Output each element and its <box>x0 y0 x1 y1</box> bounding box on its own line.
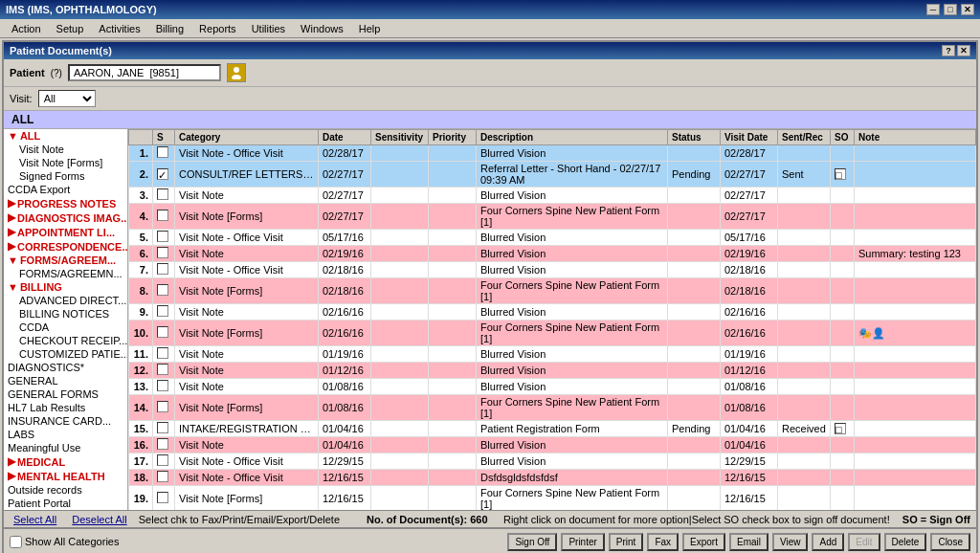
sidebar-item-visit-note-forms[interactable]: Visit Note [Forms] <box>4 156 127 169</box>
table-row[interactable]: 14.Visit Note [Forms]01/08/16Four Corner… <box>129 395 976 421</box>
sidebar-item-meaningful-use[interactable]: Meaningful Use <box>4 441 127 454</box>
col-sensitivity[interactable]: Sensitivity <box>371 130 429 145</box>
sidebar-item-insurance[interactable]: INSURANCE CARD... <box>4 414 127 428</box>
table-row[interactable]: 11.Visit Note01/19/16Blurred Vision01/19… <box>129 346 976 363</box>
sidebar-item-outside-records[interactable]: Outside records <box>4 483 127 497</box>
window-help-btn[interactable]: ? <box>942 45 955 56</box>
col-priority[interactable]: Priority <box>429 130 477 145</box>
col-status[interactable]: Status <box>668 130 721 145</box>
col-date[interactable]: Date <box>319 130 371 145</box>
close-btn[interactable]: Close <box>930 533 970 551</box>
sidebar-item-customized[interactable]: CUSTOMIZED PATIE... <box>4 347 127 361</box>
fax-btn[interactable]: Fax <box>647 533 679 551</box>
sidebar-item-forms-agreem[interactable]: ▼ FORMS/AGREEM... <box>4 254 127 267</box>
maximize-btn[interactable]: □ <box>944 4 957 15</box>
table-row[interactable]: 13.Visit Note01/08/16Blurred Vision01/08… <box>129 379 976 395</box>
col-description[interactable]: Description <box>477 130 668 145</box>
sidebar-item-checkout[interactable]: CHECKOUT RECEIP... <box>4 334 127 347</box>
menu-reports[interactable]: Reports <box>191 21 244 36</box>
menu-utilities[interactable]: Utilities <box>244 21 293 36</box>
select-all-link[interactable]: Select All <box>10 514 60 525</box>
menu-billing[interactable]: Billing <box>148 21 191 36</box>
sidebar-item-ccda[interactable]: CCDA <box>4 321 127 334</box>
table-row[interactable]: 5.Visit Note - Office Visit05/17/16Blurr… <box>129 230 976 246</box>
table-row[interactable]: 1.Visit Note - Office Visit02/28/17Blurr… <box>129 145 976 162</box>
table-row[interactable]: 17.Visit Note - Office Visit12/29/15Blur… <box>129 453 976 470</box>
email-btn[interactable]: Email <box>729 533 768 551</box>
sidebar-item-ccda-export[interactable]: CCDA Export <box>4 183 127 196</box>
title-controls[interactable]: ─ □ ✕ <box>926 4 974 15</box>
close-app-btn[interactable]: ✕ <box>961 4 974 15</box>
patient-input[interactable] <box>68 64 221 81</box>
sidebar-label-diagnostics-imag: DIAGNOSTICS IMAG... <box>17 212 127 224</box>
table-row[interactable]: 2.✓CONSULT/REF LETTERS [APPOINTMENT LETT… <box>129 162 976 188</box>
table-row[interactable]: 6.Visit Note02/19/16Blurred Vision02/19/… <box>129 246 976 262</box>
patient-tooltip[interactable]: (?) <box>51 68 62 78</box>
table-row[interactable]: 19.Visit Note [Forms]12/16/15Four Corner… <box>129 486 976 511</box>
sidebar-item-all[interactable]: ▼ ALL <box>4 129 127 143</box>
table-row[interactable]: 15.INTAKE/REGISTRATION SHEET (BILLING)01… <box>129 421 976 437</box>
window-controls[interactable]: ? ✕ <box>942 45 970 56</box>
menu-help[interactable]: Help <box>351 21 389 36</box>
table-row[interactable]: 8.Visit Note [Forms]02/18/16Four Corners… <box>129 278 976 304</box>
sidebar-label-billing-notices: BILLING NOTICES <box>19 308 109 320</box>
menu-windows[interactable]: Windows <box>293 21 351 36</box>
view-btn[interactable]: View <box>772 533 809 551</box>
table-row[interactable]: 16.Visit Note01/04/16Blurred Vision01/04… <box>129 437 976 453</box>
window-close-btn[interactable]: ✕ <box>957 45 970 56</box>
show-all-checkbox[interactable] <box>10 536 22 548</box>
printer-btn[interactable]: Printer <box>561 533 604 551</box>
show-all-label[interactable]: Show All Categories <box>10 536 119 548</box>
sidebar-item-billing[interactable]: ▼ BILLING <box>4 280 127 294</box>
sidebar-item-medical[interactable]: ▶ MEDICAL <box>4 454 127 469</box>
table-row[interactable]: 18.Visit Note - Office Visit12/16/15Dsfd… <box>129 470 976 486</box>
col-sent-rec[interactable]: Sent/Rec <box>778 130 831 145</box>
add-btn[interactable]: Add <box>812 533 844 551</box>
sidebar-item-appointment[interactable]: ▶ APPOINTMENT LI... <box>4 225 127 239</box>
col-category[interactable]: Category <box>175 130 319 145</box>
svg-point-0 <box>234 67 239 73</box>
export-btn[interactable]: Export <box>682 533 725 551</box>
sidebar-item-billing-notices[interactable]: BILLING NOTICES <box>4 307 127 321</box>
sidebar-expand-forms: ▼ <box>8 254 18 266</box>
sidebar-item-diagnostics-imag[interactable]: ▶ DIAGNOSTICS IMAG... <box>4 210 127 225</box>
sidebar-item-forms-agreemn[interactable]: FORMS/AGREEMN... <box>4 267 127 280</box>
sidebar-item-visit-note[interactable]: Visit Note <box>4 143 127 156</box>
sidebar-expand-all: ▼ <box>8 130 18 142</box>
sidebar-item-hl7[interactable]: HL7 Lab Results <box>4 401 127 414</box>
col-so[interactable]: SO <box>831 130 855 145</box>
visit-select[interactable]: All <box>38 90 96 107</box>
sign-off-btn[interactable]: Sign Off <box>507 533 557 551</box>
sidebar-item-mental-health[interactable]: ▶ MENTAL HEALTH <box>4 469 127 483</box>
sidebar-item-progress-notes[interactable]: ▶ PROGRESS NOTES <box>4 196 127 210</box>
sidebar-item-patient-portal[interactable]: Patient Portal <box>4 497 127 510</box>
print-btn[interactable]: Print <box>609 533 644 551</box>
edit-btn[interactable]: Edit <box>848 533 880 551</box>
delete-btn[interactable]: Delete <box>884 533 927 551</box>
table-row[interactable]: 12.Visit Note01/12/16Blurred Vision01/12… <box>129 363 976 379</box>
sidebar-item-signed-forms[interactable]: Signed Forms <box>4 169 127 183</box>
col-visit-date[interactable]: Visit Date <box>721 130 778 145</box>
menu-setup[interactable]: Setup <box>49 21 92 36</box>
minimize-btn[interactable]: ─ <box>926 4 940 15</box>
table-row[interactable]: 10.Visit Note [Forms]02/16/16Four Corner… <box>129 321 976 346</box>
sidebar-item-general-forms[interactable]: GENERAL FORMS <box>4 387 127 401</box>
col-s: S <box>153 130 175 145</box>
menu-activities[interactable]: Activities <box>91 21 147 36</box>
documents-table: S Category Date Sensitivity Priority Des… <box>128 129 976 510</box>
table-row[interactable]: 3.Visit Note02/27/17Blurred Vision02/27/… <box>129 188 976 204</box>
table-row[interactable]: 4.Visit Note [Forms]02/27/17Four Corners… <box>129 204 976 230</box>
table-row[interactable]: 7.Visit Note - Office Visit02/18/16Blurr… <box>129 262 976 278</box>
deselect-all-link[interactable]: Deselect All <box>68 514 130 525</box>
menu-action[interactable]: Action <box>4 21 49 36</box>
table-row[interactable]: 9.Visit Note02/16/16Blurred Vision02/16/… <box>129 304 976 321</box>
sidebar-item-labs[interactable]: LABS <box>4 428 127 441</box>
col-note[interactable]: Note <box>855 130 976 145</box>
sidebar-item-correspondence[interactable]: ▶ CORRESPONDENCE... <box>4 239 127 254</box>
toolbar-right: Sign Off Printer Print Fax Export Email … <box>507 533 970 551</box>
sidebar-item-general[interactable]: GENERAL <box>4 374 127 387</box>
patient-icon-btn[interactable] <box>227 63 246 82</box>
sidebar-expand-diag: ▶ <box>8 211 15 224</box>
sidebar-item-advanced-direct[interactable]: ADVANCED DIRECT... <box>4 294 127 307</box>
sidebar-item-diagnostics[interactable]: DIAGNOSTICS* <box>4 361 127 374</box>
